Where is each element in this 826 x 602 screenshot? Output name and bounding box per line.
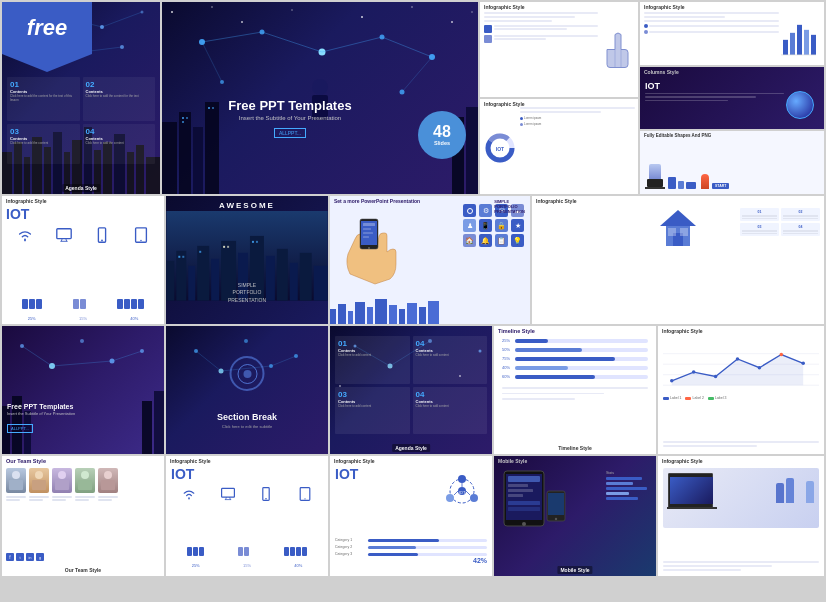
- columns-inner: Columns Style IOT: [640, 67, 824, 130]
- iot-row2-inner: Infographic Style IOT: [2, 196, 164, 324]
- slide-infographic-r3[interactable]: Infographic Style: [658, 326, 824, 454]
- slide-infographic-iot[interactable]: Infographic Style IOT: [480, 99, 638, 194]
- slide-portfolio[interactable]: Set a more PowerPoint Presentation: [330, 196, 530, 324]
- iot-r4-center-inner: Infographic Style IOT IOT: [330, 456, 492, 576]
- free-text: free: [27, 15, 67, 41]
- inf-tr-inner: Infographic Style: [640, 2, 824, 65]
- our-team-inner: Our Team Style: [2, 456, 164, 576]
- slide-hero[interactable]: Free PPT Templates Insert the Subtitle o…: [162, 2, 478, 194]
- fully-editable-inner: Fully Editable Shapes And PNG: [640, 131, 824, 194]
- slide-columns[interactable]: Columns Style IOT: [640, 67, 824, 130]
- slide-timeline[interactable]: Timeline Style 25% 50%: [494, 326, 656, 454]
- slide-infographic-r4-far[interactable]: Infographic Style: [658, 456, 824, 576]
- awesome-inner: AWESOME PRESENTATION: [166, 196, 328, 324]
- slide-freeppt-r3[interactable]: Free PPT Templates Insert the Subtitle o…: [2, 326, 164, 454]
- agenda-r3-inner: 01 Contents Click here to add content 04…: [330, 326, 492, 454]
- mobile-inner: Mobile Style: [494, 456, 656, 576]
- section-break-inner: Section Break Click here to edit the sub…: [166, 326, 328, 454]
- inf-r4-far-inner: Infographic Style: [658, 456, 824, 576]
- freeppt-r3-inner: Free PPT Templates Insert the Subtitle o…: [2, 326, 164, 454]
- far-right-col: Infographic Style: [640, 2, 824, 194]
- slide-awesome[interactable]: AWESOME PRESENTATION: [166, 196, 328, 324]
- right-col-1: Infographic Style: [480, 2, 638, 194]
- infographic1-inner: Infographic Style: [480, 2, 638, 97]
- slide-infographic-r4[interactable]: Infographic Style IOT: [166, 456, 328, 576]
- timeline-inner: Timeline Style 25% 50%: [494, 326, 656, 454]
- slide-infographic-tr[interactable]: Infographic Style: [640, 2, 824, 65]
- inf-r3-inner: Infographic Style: [658, 326, 824, 454]
- slide-fully-editable[interactable]: Fully Editable Shapes And PNG: [640, 131, 824, 194]
- inf-r2-inner: Infographic Style 01: [532, 196, 824, 324]
- row-3: Free PPT Templates Insert the Subtitle o…: [2, 326, 824, 454]
- slide-our-team[interactable]: Our Team Style: [2, 456, 164, 576]
- slide-iot-r4-center[interactable]: Infographic Style IOT IOT: [330, 456, 492, 576]
- slide-infographic-1[interactable]: Infographic Style: [480, 2, 638, 97]
- slide-iot-row2[interactable]: Infographic Style IOT: [2, 196, 164, 324]
- hero-slide-inner: Free PPT Templates Insert the Subtitle o…: [162, 2, 478, 194]
- slide-agenda-r3[interactable]: 01 Contents Click here to add content 04…: [330, 326, 492, 454]
- row-4: Our Team Style: [2, 456, 824, 576]
- page-container: free: [0, 0, 826, 602]
- iot-inner: Infographic Style IOT: [480, 99, 638, 194]
- row-2: Infographic Style IOT: [2, 196, 824, 324]
- slide-mobile[interactable]: Mobile Style: [494, 456, 656, 576]
- row-1: free: [2, 2, 824, 194]
- slide-agenda[interactable]: free: [2, 2, 160, 194]
- inf-r4-inner: Infographic Style IOT: [166, 456, 328, 576]
- slide-infographic-r2[interactable]: Infographic Style 01: [532, 196, 824, 324]
- portfolio-inner: Set a more PowerPoint Presentation: [330, 196, 530, 324]
- slide-section-break[interactable]: Section Break Click here to edit the sub…: [166, 326, 328, 454]
